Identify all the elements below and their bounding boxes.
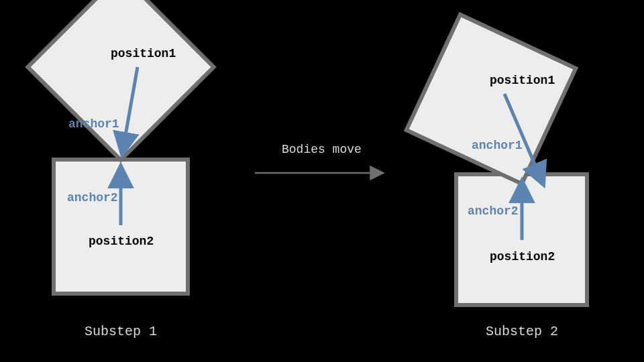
label-anchor2-left: anchor2 — [67, 191, 118, 204]
label-anchor1-right: anchor1 — [472, 139, 523, 152]
label-position2-left: position2 — [89, 235, 154, 248]
substep-2-group: position1 anchor1 anchor2 position2 Subs… — [407, 15, 587, 339]
caption-left: Substep 1 — [85, 324, 157, 339]
caption-right: Substep 2 — [486, 324, 558, 339]
label-anchor1-left: anchor1 — [68, 117, 119, 131]
svg-rect-0 — [28, 0, 213, 160]
label-position1-right: position1 — [490, 74, 555, 87]
label-position2-right: position2 — [490, 250, 555, 263]
label-bodies-move: Bodies move — [282, 143, 362, 156]
label-position1-left: position1 — [111, 47, 176, 60]
body1-left — [28, 0, 213, 160]
transition-group: Bodies move — [255, 143, 382, 173]
label-anchor2-right: anchor2 — [468, 204, 519, 218]
body1-right — [407, 15, 576, 184]
substep-1-group: position1 anchor1 anchor2 position2 Subs… — [28, 0, 213, 339]
physics-substep-diagram: position1 anchor1 anchor2 position2 Subs… — [0, 0, 644, 362]
svg-rect-1 — [407, 15, 576, 184]
